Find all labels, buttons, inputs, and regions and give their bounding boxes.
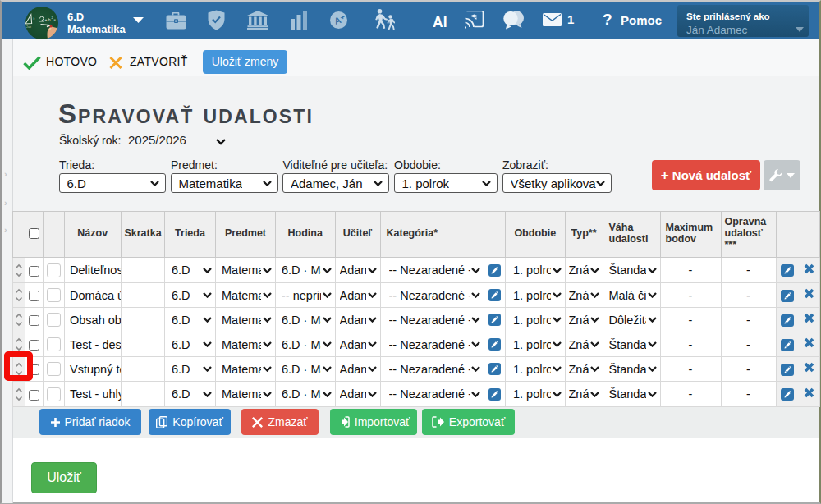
svg-text:2: 2	[52, 16, 53, 20]
svg-text:2ab: 2ab	[26, 25, 31, 29]
svg-text:b: b	[34, 17, 35, 21]
svg-text:+ b: + b	[45, 17, 51, 22]
